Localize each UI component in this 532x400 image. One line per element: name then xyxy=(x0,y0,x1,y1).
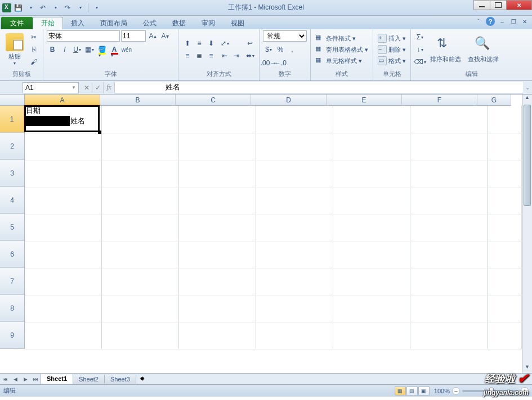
border-button[interactable]: ▦ xyxy=(84,44,95,55)
column-header-c[interactable]: C xyxy=(176,95,251,106)
enter-formula-icon[interactable]: ✓ xyxy=(92,82,104,93)
cell-styles-button[interactable]: ▦单元格样式▾ xyxy=(314,56,369,66)
undo-dropdown[interactable] xyxy=(50,2,61,14)
fill-icon[interactable]: ↓ xyxy=(414,44,426,55)
namebox-dropdown-icon[interactable]: ▼ xyxy=(71,85,76,90)
row-header-1[interactable]: 1 xyxy=(0,106,25,133)
cells-area[interactable]: 日期 姓名 xyxy=(25,106,522,373)
sheet-tab-3[interactable]: Sheet3 xyxy=(105,375,136,384)
name-box[interactable]: A1 ▼ xyxy=(23,82,79,93)
column-header-b[interactable]: B xyxy=(100,95,176,106)
cancel-formula-icon[interactable]: ✕ xyxy=(81,82,92,93)
save-dropdown[interactable] xyxy=(25,2,36,14)
home-tab[interactable]: 开始 xyxy=(33,17,63,29)
sheet-tab-1[interactable]: Sheet1 xyxy=(41,374,73,384)
orientation-icon[interactable]: ⤢ xyxy=(219,38,230,49)
align-right-icon[interactable]: ≡ xyxy=(205,50,217,61)
fill-color-button[interactable]: 🪣 xyxy=(96,44,108,55)
doc-close-icon[interactable]: ✕ xyxy=(521,17,529,25)
zoom-level[interactable]: 100% xyxy=(434,388,450,394)
insert-cells-button[interactable]: +插入▾ xyxy=(377,33,407,43)
zoom-out-button[interactable]: − xyxy=(452,387,460,395)
percent-icon[interactable]: % xyxy=(275,44,286,55)
maximize-button[interactable] xyxy=(490,0,507,10)
column-header-g[interactable]: G xyxy=(477,95,511,106)
align-top-icon[interactable]: ⬆ xyxy=(182,38,193,49)
grow-font-icon[interactable]: A▴ xyxy=(147,30,158,42)
sort-filter-button[interactable]: ⇅ 排序和筛选 xyxy=(428,35,463,65)
close-button[interactable] xyxy=(506,0,532,10)
bold-button[interactable]: B xyxy=(47,44,58,55)
expand-formula-icon[interactable]: ⌄ xyxy=(523,84,532,91)
next-sheet-icon[interactable]: ▶ xyxy=(20,374,30,384)
minimize-ribbon-icon[interactable]: ˇ xyxy=(475,17,482,25)
merge-cells-icon[interactable]: ⬌ xyxy=(244,50,256,61)
column-header-a[interactable]: A xyxy=(25,95,100,106)
data-tab[interactable]: 数据 xyxy=(164,17,194,29)
select-all-corner[interactable] xyxy=(0,95,25,106)
save-icon[interactable]: 💾 xyxy=(12,2,24,14)
row-header-2[interactable]: 2 xyxy=(0,133,25,160)
doc-restore-icon[interactable]: ❐ xyxy=(509,17,517,25)
row-header-4[interactable]: 4 xyxy=(0,187,25,214)
font-size-select[interactable] xyxy=(121,30,146,42)
align-center-icon[interactable]: ≣ xyxy=(194,50,205,61)
comma-icon[interactable]: , xyxy=(287,44,298,55)
find-select-button[interactable]: 🔍 查找和选择 xyxy=(466,35,501,65)
cell-a1[interactable]: 日期 姓名 xyxy=(25,106,102,133)
row-header-6[interactable]: 6 xyxy=(0,241,25,268)
formula-input[interactable]: 姓名 xyxy=(115,82,523,93)
layout-tab[interactable]: 页面布局 xyxy=(92,17,135,29)
font-name-select[interactable] xyxy=(47,30,120,42)
font-color-button[interactable]: A xyxy=(109,44,120,55)
insert-function-icon[interactable]: fx xyxy=(104,82,115,93)
format-cells-button[interactable]: ▭格式▾ xyxy=(377,56,407,66)
phonetic-button[interactable]: wén xyxy=(121,44,132,55)
prev-sheet-icon[interactable]: ◀ xyxy=(10,374,20,384)
new-sheet-icon[interactable]: ✸ xyxy=(136,375,149,383)
table-format-button[interactable]: ▦套用表格格式▾ xyxy=(314,44,369,55)
minimize-button[interactable] xyxy=(473,0,490,10)
column-header-f[interactable]: F xyxy=(402,95,477,106)
review-tab[interactable]: 审阅 xyxy=(194,17,223,29)
last-sheet-icon[interactable]: ⏭ xyxy=(30,374,41,384)
scroll-thumb[interactable] xyxy=(524,105,531,206)
clear-icon[interactable]: ⌫ xyxy=(414,56,426,68)
fill-handle[interactable] xyxy=(98,131,101,134)
formulas-tab[interactable]: 公式 xyxy=(135,17,164,29)
copy-icon[interactable]: ⎘ xyxy=(28,44,39,55)
increase-decimal-icon[interactable]: .00→ xyxy=(263,57,274,69)
align-left-icon[interactable]: ≡ xyxy=(182,50,193,61)
autosum-icon[interactable]: Σ xyxy=(414,32,426,43)
doc-minimize-icon[interactable]: – xyxy=(498,17,506,25)
page-break-view-icon[interactable]: ▣ xyxy=(418,386,430,395)
help-icon[interactable]: ? xyxy=(486,17,495,26)
align-bottom-icon[interactable]: ⬇ xyxy=(205,38,217,49)
row-header-5[interactable]: 5 xyxy=(0,214,25,241)
align-middle-icon[interactable]: ≡ xyxy=(194,38,205,49)
first-sheet-icon[interactable]: ⏮ xyxy=(0,374,10,384)
decrease-decimal-icon[interactable]: ←.0 xyxy=(275,57,286,69)
redo-icon[interactable]: ↷ xyxy=(62,2,73,14)
sheet-tab-2[interactable]: Sheet2 xyxy=(73,375,105,384)
normal-view-icon[interactable]: ▦ xyxy=(395,386,406,395)
file-tab[interactable]: 文件 xyxy=(1,17,33,29)
cut-icon[interactable]: ✂ xyxy=(28,32,39,43)
column-header-e[interactable]: E xyxy=(327,95,402,106)
number-format-select[interactable]: 常规 xyxy=(263,30,307,42)
underline-button[interactable]: U xyxy=(71,44,83,55)
qat-customize[interactable] xyxy=(91,2,102,14)
row-header-9[interactable]: 9 xyxy=(0,322,25,349)
italic-button[interactable]: I xyxy=(59,44,70,55)
row-header-7[interactable]: 7 xyxy=(0,268,25,295)
scroll-up-icon[interactable]: ▲ xyxy=(522,95,532,104)
indent-increase-icon[interactable]: ⇥ xyxy=(231,50,242,61)
redo-dropdown[interactable] xyxy=(74,2,86,14)
view-tab[interactable]: 视图 xyxy=(223,17,252,29)
wrap-text-icon[interactable]: ↩ xyxy=(244,38,256,49)
shrink-font-icon[interactable]: A▾ xyxy=(159,30,171,42)
undo-icon[interactable]: ↶ xyxy=(37,2,48,14)
indent-decrease-icon[interactable]: ⇤ xyxy=(219,50,230,61)
column-header-d[interactable]: D xyxy=(251,95,327,106)
app-icon[interactable] xyxy=(2,3,11,12)
